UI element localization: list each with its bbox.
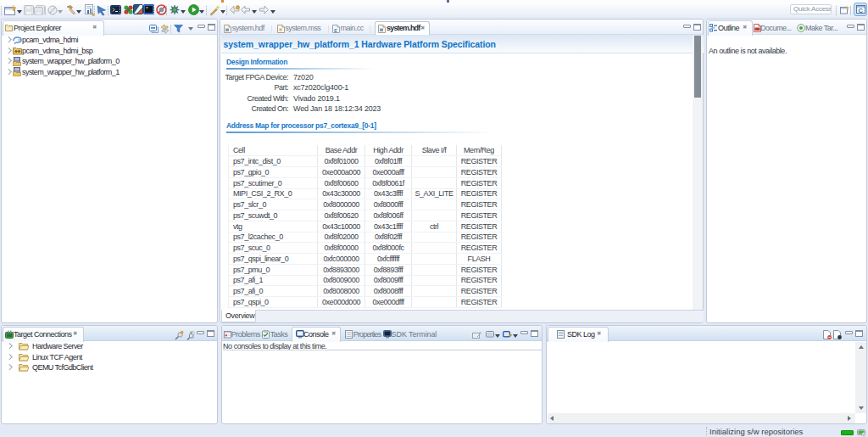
svg-text:C: C <box>859 7 864 14</box>
svg-text:c: c <box>334 27 337 33</box>
